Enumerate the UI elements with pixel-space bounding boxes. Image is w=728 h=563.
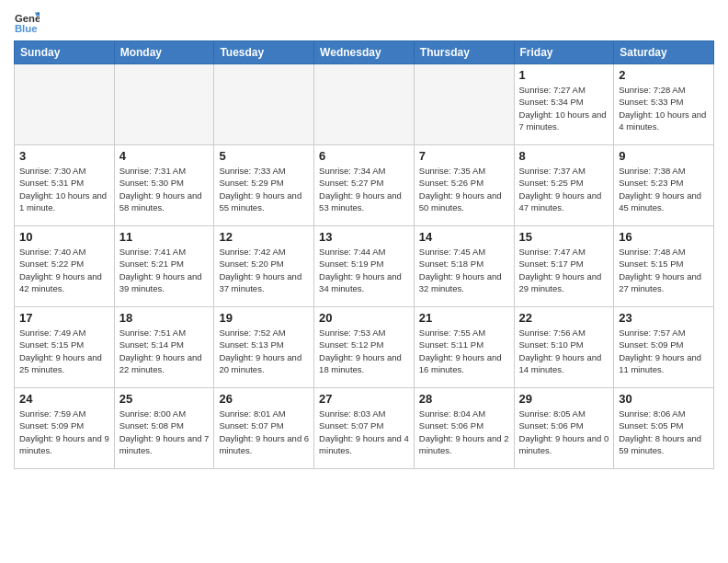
week-row-3: 17Sunrise: 7:49 AM Sunset: 5:15 PM Dayli… bbox=[15, 307, 714, 388]
day-number: 28 bbox=[419, 392, 509, 406]
week-row-2: 10Sunrise: 7:40 AM Sunset: 5:22 PM Dayli… bbox=[15, 226, 714, 307]
day-info: Sunrise: 8:05 AM Sunset: 5:06 PM Dayligh… bbox=[519, 408, 609, 456]
day-info: Sunrise: 7:48 AM Sunset: 5:15 PM Dayligh… bbox=[619, 246, 709, 294]
day-number: 5 bbox=[219, 149, 309, 163]
weekday-header-row: Sunday Monday Tuesday Wednesday Thursday… bbox=[15, 41, 714, 64]
day-info: Sunrise: 8:03 AM Sunset: 5:07 PM Dayligh… bbox=[319, 408, 409, 456]
week-row-4: 24Sunrise: 7:59 AM Sunset: 5:09 PM Dayli… bbox=[15, 388, 714, 469]
day-number: 15 bbox=[519, 230, 609, 244]
day-info: Sunrise: 7:59 AM Sunset: 5:09 PM Dayligh… bbox=[19, 408, 109, 456]
day-info: Sunrise: 7:51 AM Sunset: 5:14 PM Dayligh… bbox=[119, 327, 210, 375]
day-number: 8 bbox=[519, 149, 609, 163]
day-info: Sunrise: 8:06 AM Sunset: 5:05 PM Dayligh… bbox=[619, 408, 709, 456]
day-number: 23 bbox=[619, 311, 709, 325]
day-cell: 25Sunrise: 8:00 AM Sunset: 5:08 PM Dayli… bbox=[114, 388, 214, 469]
day-info: Sunrise: 7:31 AM Sunset: 5:30 PM Dayligh… bbox=[119, 165, 210, 213]
day-number: 12 bbox=[219, 230, 309, 244]
day-number: 29 bbox=[519, 392, 609, 406]
day-info: Sunrise: 7:35 AM Sunset: 5:26 PM Dayligh… bbox=[419, 165, 509, 213]
header-saturday: Saturday bbox=[614, 41, 714, 64]
day-info: Sunrise: 7:57 AM Sunset: 5:09 PM Dayligh… bbox=[619, 327, 709, 375]
day-cell: 30Sunrise: 8:06 AM Sunset: 5:05 PM Dayli… bbox=[614, 388, 714, 469]
day-number: 3 bbox=[19, 149, 109, 163]
day-info: Sunrise: 7:56 AM Sunset: 5:10 PM Dayligh… bbox=[519, 327, 609, 375]
header: General Blue bbox=[14, 9, 714, 35]
day-number: 13 bbox=[319, 230, 409, 244]
day-number: 22 bbox=[519, 311, 609, 325]
day-number: 24 bbox=[19, 392, 109, 406]
day-info: Sunrise: 7:42 AM Sunset: 5:20 PM Dayligh… bbox=[219, 246, 309, 294]
day-number: 4 bbox=[119, 149, 210, 163]
day-number: 17 bbox=[19, 311, 109, 325]
day-number: 27 bbox=[319, 392, 409, 406]
day-info: Sunrise: 7:49 AM Sunset: 5:15 PM Dayligh… bbox=[19, 327, 109, 375]
day-cell: 24Sunrise: 7:59 AM Sunset: 5:09 PM Dayli… bbox=[15, 388, 115, 469]
day-cell: 18Sunrise: 7:51 AM Sunset: 5:14 PM Dayli… bbox=[114, 307, 214, 388]
day-cell: 2Sunrise: 7:28 AM Sunset: 5:33 PM Daylig… bbox=[614, 64, 714, 145]
day-cell: 23Sunrise: 7:57 AM Sunset: 5:09 PM Dayli… bbox=[614, 307, 714, 388]
week-row-0: 1Sunrise: 7:27 AM Sunset: 5:34 PM Daylig… bbox=[15, 64, 714, 145]
header-tuesday: Tuesday bbox=[214, 41, 314, 64]
day-cell: 4Sunrise: 7:31 AM Sunset: 5:30 PM Daylig… bbox=[114, 145, 214, 226]
day-cell: 7Sunrise: 7:35 AM Sunset: 5:26 PM Daylig… bbox=[414, 145, 514, 226]
day-cell: 17Sunrise: 7:49 AM Sunset: 5:15 PM Dayli… bbox=[15, 307, 115, 388]
logo: General Blue bbox=[14, 9, 43, 35]
day-number: 7 bbox=[419, 149, 509, 163]
svg-text:Blue: Blue bbox=[15, 23, 38, 34]
day-cell: 8Sunrise: 7:37 AM Sunset: 5:25 PM Daylig… bbox=[514, 145, 614, 226]
day-cell: 9Sunrise: 7:38 AM Sunset: 5:23 PM Daylig… bbox=[614, 145, 714, 226]
day-info: Sunrise: 8:01 AM Sunset: 5:07 PM Dayligh… bbox=[219, 408, 309, 456]
day-cell: 3Sunrise: 7:30 AM Sunset: 5:31 PM Daylig… bbox=[15, 145, 115, 226]
day-cell bbox=[414, 64, 514, 145]
day-info: Sunrise: 8:00 AM Sunset: 5:08 PM Dayligh… bbox=[119, 408, 210, 456]
day-cell: 29Sunrise: 8:05 AM Sunset: 5:06 PM Dayli… bbox=[514, 388, 614, 469]
day-info: Sunrise: 7:55 AM Sunset: 5:11 PM Dayligh… bbox=[419, 327, 509, 375]
day-cell: 12Sunrise: 7:42 AM Sunset: 5:20 PM Dayli… bbox=[214, 226, 314, 307]
day-cell bbox=[114, 64, 214, 145]
header-thursday: Thursday bbox=[414, 41, 514, 64]
day-number: 6 bbox=[319, 149, 409, 163]
day-info: Sunrise: 7:38 AM Sunset: 5:23 PM Dayligh… bbox=[619, 165, 709, 213]
day-number: 14 bbox=[419, 230, 509, 244]
day-number: 18 bbox=[119, 311, 210, 325]
day-cell bbox=[15, 64, 115, 145]
day-cell: 19Sunrise: 7:52 AM Sunset: 5:13 PM Dayli… bbox=[214, 307, 314, 388]
day-number: 16 bbox=[619, 230, 709, 244]
calendar-page: General Blue Sunday Monday Tuesday Wedne… bbox=[0, 0, 728, 563]
day-cell: 27Sunrise: 8:03 AM Sunset: 5:07 PM Dayli… bbox=[314, 388, 415, 469]
day-number: 26 bbox=[219, 392, 309, 406]
calendar-table: Sunday Monday Tuesday Wednesday Thursday… bbox=[14, 40, 714, 469]
day-cell: 20Sunrise: 7:53 AM Sunset: 5:12 PM Dayli… bbox=[314, 307, 415, 388]
day-info: Sunrise: 7:37 AM Sunset: 5:25 PM Dayligh… bbox=[519, 165, 609, 213]
day-cell: 26Sunrise: 8:01 AM Sunset: 5:07 PM Dayli… bbox=[214, 388, 314, 469]
day-info: Sunrise: 7:28 AM Sunset: 5:33 PM Dayligh… bbox=[619, 84, 709, 132]
day-number: 9 bbox=[619, 149, 709, 163]
day-cell: 10Sunrise: 7:40 AM Sunset: 5:22 PM Dayli… bbox=[15, 226, 115, 307]
day-number: 19 bbox=[219, 311, 309, 325]
day-cell bbox=[314, 64, 415, 145]
day-info: Sunrise: 7:44 AM Sunset: 5:19 PM Dayligh… bbox=[319, 246, 409, 294]
day-info: Sunrise: 7:47 AM Sunset: 5:17 PM Dayligh… bbox=[519, 246, 609, 294]
header-wednesday: Wednesday bbox=[314, 41, 415, 64]
day-info: Sunrise: 7:41 AM Sunset: 5:21 PM Dayligh… bbox=[119, 246, 210, 294]
day-info: Sunrise: 8:04 AM Sunset: 5:06 PM Dayligh… bbox=[419, 408, 509, 456]
day-cell bbox=[214, 64, 314, 145]
day-number: 10 bbox=[19, 230, 109, 244]
day-cell: 28Sunrise: 8:04 AM Sunset: 5:06 PM Dayli… bbox=[414, 388, 514, 469]
day-info: Sunrise: 7:34 AM Sunset: 5:27 PM Dayligh… bbox=[319, 165, 409, 213]
day-number: 1 bbox=[519, 68, 609, 82]
day-number: 11 bbox=[119, 230, 210, 244]
day-cell: 11Sunrise: 7:41 AM Sunset: 5:21 PM Dayli… bbox=[114, 226, 214, 307]
day-cell: 14Sunrise: 7:45 AM Sunset: 5:18 PM Dayli… bbox=[414, 226, 514, 307]
day-info: Sunrise: 7:30 AM Sunset: 5:31 PM Dayligh… bbox=[19, 165, 109, 213]
week-row-1: 3Sunrise: 7:30 AM Sunset: 5:31 PM Daylig… bbox=[15, 145, 714, 226]
day-number: 2 bbox=[619, 68, 709, 82]
day-info: Sunrise: 7:40 AM Sunset: 5:22 PM Dayligh… bbox=[19, 246, 109, 294]
day-number: 30 bbox=[619, 392, 709, 406]
day-cell: 5Sunrise: 7:33 AM Sunset: 5:29 PM Daylig… bbox=[214, 145, 314, 226]
day-info: Sunrise: 7:45 AM Sunset: 5:18 PM Dayligh… bbox=[419, 246, 509, 294]
day-info: Sunrise: 7:27 AM Sunset: 5:34 PM Dayligh… bbox=[519, 84, 609, 132]
logo-icon: General Blue bbox=[14, 9, 40, 35]
day-cell: 16Sunrise: 7:48 AM Sunset: 5:15 PM Dayli… bbox=[614, 226, 714, 307]
day-info: Sunrise: 7:33 AM Sunset: 5:29 PM Dayligh… bbox=[219, 165, 309, 213]
